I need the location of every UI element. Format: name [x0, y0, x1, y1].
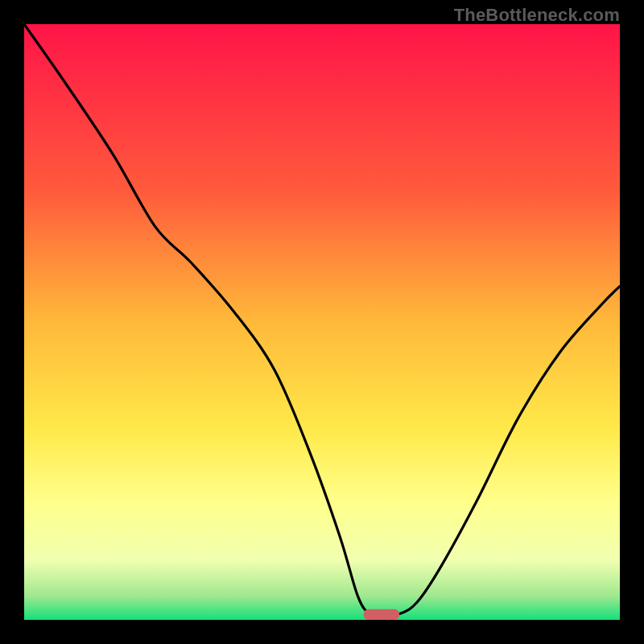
bottleneck-chart — [24, 24, 620, 620]
plot-area — [24, 24, 620, 620]
watermark-text: TheBottleneck.com — [454, 5, 620, 26]
optimal-marker — [364, 609, 399, 620]
chart-background — [24, 24, 620, 620]
chart-frame: TheBottleneck.com — [0, 0, 644, 644]
